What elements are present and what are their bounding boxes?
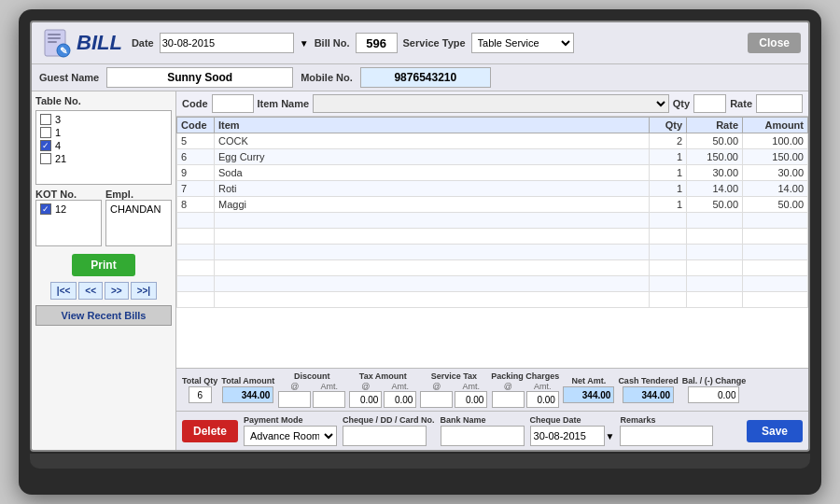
item-qty: 1 [650, 165, 687, 181]
entry-rate-input[interactable] [756, 94, 803, 113]
item-rate: 50.00 [687, 133, 743, 149]
entry-qty-input[interactable] [693, 94, 726, 113]
item-amount: 100.00 [743, 133, 808, 149]
table-row-empty [177, 229, 808, 245]
table-row[interactable]: 5 COCK 2 50.00 100.00 [177, 133, 808, 149]
table-item-21[interactable]: 21 [38, 152, 169, 165]
tax-at-input[interactable] [349, 391, 382, 408]
service-type-label: Service Type [403, 37, 466, 49]
bill-icon: ✎ [39, 26, 73, 60]
date-input[interactable] [160, 33, 294, 53]
tax-amt-label: Amt. [392, 382, 410, 391]
nav-buttons: |<< << >> >>| [35, 282, 172, 300]
empl-label: Empl. [105, 189, 133, 200]
entry-item-select[interactable] [313, 94, 669, 113]
remarks-input[interactable] [620, 426, 713, 446]
kot-item-12[interactable]: ✓ 12 [38, 203, 99, 216]
tax-amt-input[interactable] [384, 391, 416, 408]
total-qty-value[interactable] [189, 386, 212, 403]
items-table: Code Item Qty Rate Amount 5 COCK 2 50.00… [176, 117, 808, 368]
cash-tendered-value[interactable] [623, 386, 674, 403]
empl-list: CHANDAN [105, 200, 172, 246]
left-panel: Table No. 3 1 ✓ 4 [32, 91, 176, 450]
packing-at-label: @ [504, 382, 512, 391]
table-row[interactable]: 8 Maggi 1 50.00 50.00 [177, 197, 808, 213]
kot-label: KOT No. [35, 189, 77, 200]
packing-label: Packing Charges [491, 371, 559, 381]
table-checkbox-4[interactable]: ✓ [40, 140, 51, 151]
service-tax-at-input[interactable] [420, 391, 453, 408]
total-qty-group: Total Qty [182, 376, 217, 403]
service-type-select[interactable]: Table Service Parcel Home Delivery [471, 33, 574, 53]
col-amount: Amount [743, 118, 808, 133]
table-item-4[interactable]: ✓ 4 [38, 139, 169, 152]
discount-amt-input[interactable] [313, 391, 345, 408]
cheque-input[interactable] [343, 426, 427, 446]
net-amt-value[interactable] [563, 386, 614, 403]
bank-name-input[interactable] [441, 426, 525, 446]
payment-mode-select[interactable]: Advance Room Cash Card UPI [244, 426, 337, 446]
right-panel: Code Item Name Qty Rate [176, 91, 808, 450]
cheque-label: Cheque / DD / Card No. [343, 415, 435, 425]
packing-amt-label: Amt. [534, 382, 552, 391]
nav-last-button[interactable]: >>| [131, 282, 157, 300]
close-button[interactable]: Close [748, 33, 801, 53]
table-row[interactable]: 7 Roti 1 14.00 14.00 [177, 181, 808, 197]
item-code: 6 [177, 149, 215, 165]
item-name: Egg Curry [215, 149, 650, 165]
print-button[interactable]: Print [72, 254, 134, 276]
total-amount-value[interactable] [222, 386, 273, 403]
tax-label: Tax Amount [359, 371, 407, 381]
nav-next-button[interactable]: >> [105, 282, 129, 300]
header-fields: Date ▼ Bill No. Service Type Table Servi… [132, 33, 738, 53]
save-button[interactable]: Save [747, 420, 803, 442]
nav-first-button[interactable]: |<< [50, 282, 77, 300]
item-name: Maggi [215, 197, 650, 213]
svg-rect-2 [48, 37, 61, 39]
table-checkbox-21[interactable] [40, 153, 51, 164]
packing-amt-input[interactable] [526, 391, 559, 408]
kot-checkbox-12[interactable]: ✓ [40, 203, 51, 215]
cash-tendered-group: Cash Tendered [618, 376, 678, 403]
packing-group: Packing Charges @ Amt. [491, 371, 559, 408]
balance-group: Bal. / (-) Change [682, 376, 747, 403]
empl-name: CHANDAN [110, 203, 161, 215]
item-rate: 14.00 [687, 181, 743, 197]
table-row[interactable]: 9 Soda 1 30.00 30.00 [177, 165, 808, 181]
bill-no-input[interactable] [356, 33, 398, 53]
entry-code-input[interactable] [212, 94, 254, 113]
packing-at-input[interactable] [492, 391, 525, 408]
delete-button[interactable]: Delete [182, 420, 238, 442]
table-checkbox-1[interactable] [40, 127, 51, 138]
item-rate: 50.00 [687, 197, 743, 213]
item-rate: 30.00 [687, 165, 743, 181]
payment-row: Delete Payment Mode Advance Room Cash Ca… [176, 412, 808, 450]
discount-at-input[interactable] [278, 391, 311, 408]
entry-item-label: Item Name [258, 98, 310, 109]
service-tax-amt-input[interactable] [455, 391, 487, 408]
table-item-3[interactable]: 3 [38, 113, 169, 126]
table-id-3: 3 [55, 114, 61, 125]
table-item-1[interactable]: 1 [38, 126, 169, 139]
table-no-label: Table No. [35, 95, 172, 106]
item-name: Soda [215, 165, 650, 181]
table-checkbox-3[interactable] [40, 114, 51, 125]
bill-logo: ✎ BILL [39, 26, 122, 60]
table-id-4: 4 [55, 140, 61, 151]
tax-group: Tax Amount @ Amt. [349, 371, 416, 408]
mobile-input[interactable] [360, 67, 491, 88]
nav-prev-button[interactable]: << [78, 282, 103, 300]
view-recent-bills-button[interactable]: View Recent Bills [35, 305, 172, 326]
item-amount: 14.00 [743, 181, 808, 197]
table-row-empty [177, 292, 808, 308]
col-code: Code [177, 118, 215, 133]
total-qty-label: Total Qty [182, 376, 217, 385]
cheque-date-input[interactable] [530, 426, 605, 446]
svg-rect-1 [48, 34, 61, 35]
guest-name-input[interactable] [106, 67, 293, 88]
item-code: 9 [177, 165, 215, 181]
cash-tendered-label: Cash Tendered [618, 376, 678, 385]
item-amount: 150.00 [743, 149, 808, 165]
balance-value[interactable] [688, 386, 739, 403]
table-row[interactable]: 6 Egg Curry 1 150.00 150.00 [177, 149, 808, 165]
